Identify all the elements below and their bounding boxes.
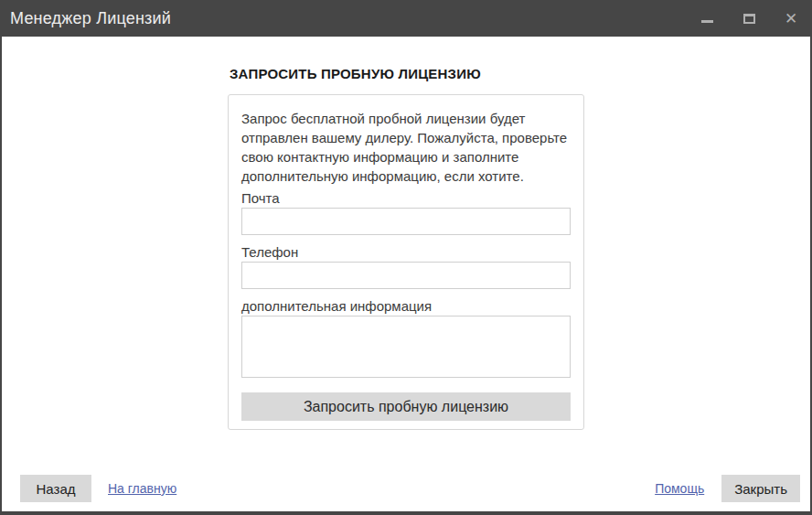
minimize-icon [701, 20, 713, 23]
license-manager-window: Менеджер Лицензий ✕ ЗАПРОСИТЬ ПРОБНУЮ ЛИ… [0, 0, 812, 515]
footer-left-group: Назад На главную [20, 475, 176, 502]
maximize-button[interactable] [728, 0, 770, 37]
title-bar[interactable]: Менеджер Лицензий ✕ [0, 0, 812, 37]
email-input[interactable] [241, 208, 571, 235]
help-link[interactable]: Помощь [655, 481, 704, 496]
home-link[interactable]: На главную [108, 481, 176, 496]
page-title: ЗАПРОСИТЬ ПРОБНУЮ ЛИЦЕНЗИЮ [230, 66, 584, 81]
footer-right-group: Помощь Закрыть [655, 475, 800, 502]
phone-label: Телефон [241, 243, 571, 261]
window-controls: ✕ [686, 0, 812, 37]
close-button[interactable]: ✕ [770, 0, 812, 37]
additional-info-label: дополнительная информация [241, 297, 571, 315]
additional-info-textarea[interactable] [241, 316, 571, 378]
phone-input[interactable] [241, 262, 571, 289]
maximize-icon [743, 14, 755, 24]
back-button[interactable]: Назад [20, 475, 91, 502]
window-title: Менеджер Лицензий [0, 9, 171, 28]
email-label: Почта [241, 189, 571, 207]
description-text: Запрос бесплатной пробной лицензии будет… [241, 109, 571, 186]
main-column: ЗАПРОСИТЬ ПРОБНУЮ ЛИЦЕНЗИЮ Запрос беспла… [228, 66, 584, 430]
close-icon: ✕ [785, 11, 797, 27]
close-window-button[interactable]: Закрыть [721, 475, 800, 502]
content-area: ЗАПРОСИТЬ ПРОБНУЮ ЛИЦЕНЗИЮ Запрос беспла… [2, 37, 810, 511]
request-trial-license-button[interactable]: Запросить пробную лицензию [241, 392, 571, 421]
minimize-button[interactable] [686, 0, 728, 37]
trial-request-panel: Запрос бесплатной пробной лицензии будет… [228, 94, 584, 430]
